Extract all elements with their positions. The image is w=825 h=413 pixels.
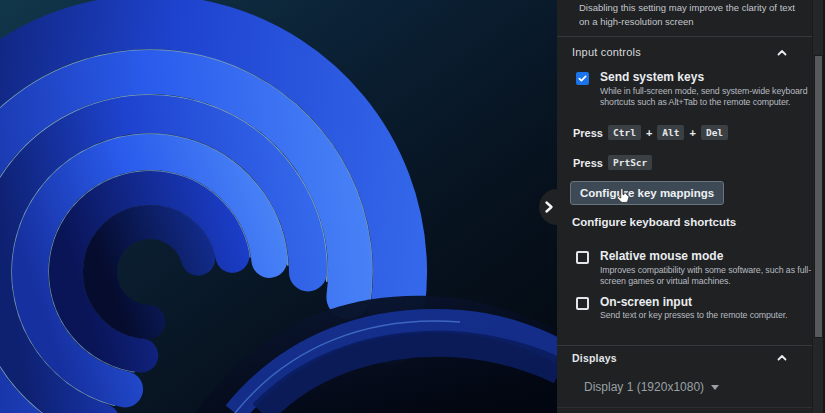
configure-key-mappings-button[interactable]: Configure key mappings <box>570 181 724 205</box>
section-header-input-controls[interactable]: Input controls <box>572 46 775 62</box>
chevron-up-icon[interactable] <box>776 47 788 59</box>
relative-mouse-mode-description: Improves compatibility with some softwar… <box>600 265 813 287</box>
display-selector-value: Display 1 (1920x1080) <box>584 380 704 394</box>
press-ctrl-alt-del-button[interactable]: Press Ctrl + Alt + Del <box>573 124 728 141</box>
configure-keyboard-shortcuts-link[interactable]: Configure keyboard shortcuts <box>572 216 736 228</box>
settings-panel: Disabling this setting may improve the c… <box>557 0 825 413</box>
press-label: Press <box>573 157 603 169</box>
section-divider <box>557 407 812 408</box>
desktop-wallpaper <box>0 0 560 413</box>
on-screen-input-label: On-screen input <box>600 295 692 309</box>
display-selector-dropdown[interactable]: Display 1 (1920x1080) <box>584 380 719 394</box>
on-screen-input-checkbox[interactable] <box>576 297 589 310</box>
send-system-keys-description: While in full-screen mode, send system-w… <box>600 86 813 108</box>
relative-mouse-mode-label: Relative mouse mode <box>600 249 723 263</box>
send-system-keys-label: Send system keys <box>600 70 704 84</box>
press-prtscr-button[interactable]: Press PrtScr <box>573 154 652 171</box>
press-label: Press <box>573 127 603 139</box>
chevron-up-icon[interactable] <box>776 352 788 364</box>
key-chip-del: Del <box>701 125 728 140</box>
chevron-right-icon <box>543 200 555 214</box>
on-screen-input-description: Send text or key presses to the remote c… <box>600 310 813 321</box>
panel-scrollbar-track[interactable] <box>812 0 825 413</box>
key-chip-prtscr: PrtScr <box>608 155 652 170</box>
plus-separator: + <box>646 127 652 139</box>
section-divider <box>557 345 812 346</box>
relative-mouse-mode-checkbox[interactable] <box>576 251 589 264</box>
key-chip-ctrl: Ctrl <box>608 125 641 140</box>
section-header-displays[interactable]: Displays <box>572 352 775 368</box>
plus-separator: + <box>689 127 695 139</box>
remote-desktop-screen: Disabling this setting may improve the c… <box>0 0 825 413</box>
key-chip-alt: Alt <box>657 125 684 140</box>
send-system-keys-checkbox[interactable] <box>576 72 589 85</box>
panel-scrollbar-thumb[interactable] <box>814 55 823 338</box>
section-divider <box>557 36 812 37</box>
checkmark-icon <box>577 73 588 84</box>
high-dpi-setting-note: Disabling this setting may improve the c… <box>579 1 805 29</box>
caret-down-icon <box>711 385 719 390</box>
